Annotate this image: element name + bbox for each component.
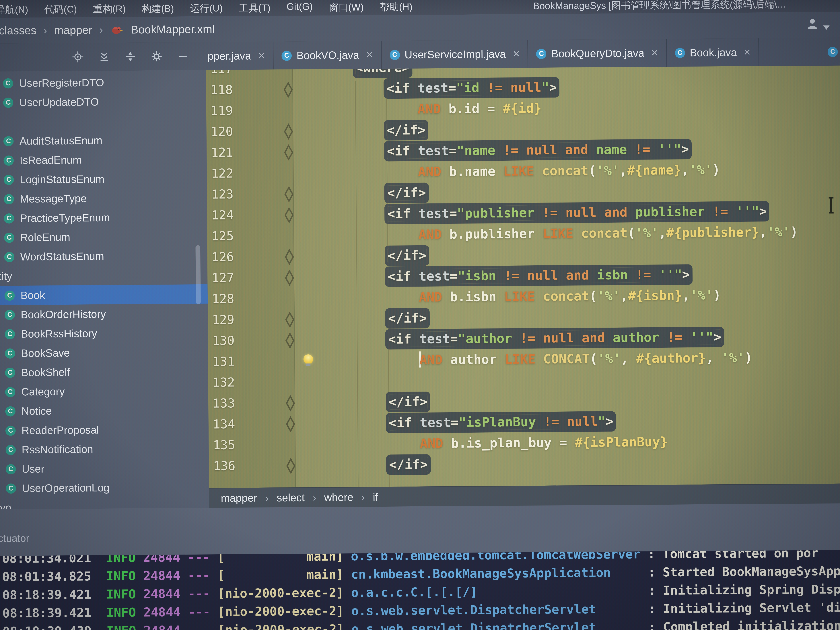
tree-item[interactable]: CBookSave xyxy=(0,342,208,363)
tab[interactable]: CBookVO.java× xyxy=(273,41,382,69)
tree-item[interactable]: CUserUpdateDTO xyxy=(0,91,206,112)
tree-item[interactable]: CBook xyxy=(0,284,208,305)
menu-item[interactable]: 重构(R) xyxy=(93,2,126,16)
locate-icon[interactable] xyxy=(72,51,84,63)
class-icon: C xyxy=(4,213,14,223)
breadcrumb-item[interactable]: classes xyxy=(0,24,36,37)
close-icon[interactable]: × xyxy=(651,46,658,60)
tree-item[interactable]: CCategory xyxy=(0,381,208,402)
menu-item[interactable]: 帮助(H) xyxy=(380,0,412,14)
line-number: 129 xyxy=(208,309,284,330)
class-icon: C xyxy=(5,348,15,358)
fold-marker-icon[interactable] xyxy=(283,253,295,260)
tree-item[interactable]: CRoleEnum xyxy=(0,226,207,247)
breadcrumb-item[interactable]: if xyxy=(373,491,378,504)
tree-item[interactable]: CUserRegisterDTO xyxy=(0,72,206,93)
fold-marker-icon[interactable] xyxy=(283,191,294,197)
fold-marker-icon[interactable] xyxy=(283,212,294,218)
fold-marker-icon[interactable] xyxy=(282,86,294,93)
tab[interactable]: pper.java× xyxy=(206,41,274,70)
fold-marker-icon[interactable] xyxy=(283,128,294,134)
divider-icon[interactable] xyxy=(125,51,136,63)
code-token: AND xyxy=(420,436,451,451)
intention-bulb-icon[interactable] xyxy=(303,354,313,364)
class-icon: C xyxy=(5,367,15,377)
tree-item-label: Book xyxy=(21,289,45,302)
tree-item[interactable]: tity xyxy=(0,265,208,286)
tab[interactable]: CBookQueryDto.java× xyxy=(528,39,666,68)
fold-marker-icon[interactable] xyxy=(284,400,296,406)
breadcrumb-item[interactable]: mapper xyxy=(221,492,257,505)
editor[interactable]: 117 <where>118 <if test="id != null">119… xyxy=(206,65,840,488)
code-chunk: <if test="isbn != null and isbn != ''"> xyxy=(388,267,690,284)
panel-toolbar xyxy=(72,42,189,71)
tab[interactable]: C xyxy=(822,38,840,66)
code-token: test xyxy=(419,332,450,347)
code-token: b.isbn xyxy=(450,289,504,305)
collapse-all-icon[interactable] xyxy=(98,51,110,63)
tree-item[interactable]: vo xyxy=(0,497,209,509)
tree-item[interactable]: CPracticeTypeEnum xyxy=(0,207,207,228)
hide-icon[interactable] xyxy=(177,50,189,62)
code-token: ( xyxy=(589,289,597,304)
log-token xyxy=(210,568,218,583)
tree-item[interactable]: CBookRssHistory xyxy=(0,323,208,344)
tree-item[interactable]: CIsReadEnum xyxy=(0,149,207,170)
tree-item[interactable]: CRssNotification xyxy=(0,439,209,459)
menu-item[interactable]: 导航(N) xyxy=(0,3,28,16)
tab[interactable]: CUserServiceImpl.java× xyxy=(381,40,528,69)
tree-item[interactable]: CUserOperationLog xyxy=(0,477,209,498)
close-icon[interactable]: × xyxy=(513,47,520,61)
breadcrumb-item[interactable]: where xyxy=(324,491,354,504)
log-token xyxy=(180,605,188,619)
code-token: , xyxy=(619,163,627,178)
tab-label: Book.java xyxy=(690,46,737,59)
menu-item[interactable]: 运行(U) xyxy=(190,2,223,15)
close-icon[interactable]: × xyxy=(744,45,751,59)
code-token: isbn xyxy=(589,267,636,283)
code-token: > xyxy=(606,414,613,429)
fold-marker-icon[interactable] xyxy=(284,274,295,281)
tree-item[interactable]: CWordStatusEnum xyxy=(0,246,207,267)
panel-scrollbar[interactable] xyxy=(196,245,201,304)
tree-item[interactable]: CBookShelf xyxy=(0,362,208,382)
tree-item[interactable] xyxy=(0,111,207,131)
chevron-separator: › xyxy=(313,492,316,504)
menu-item[interactable]: Git(G) xyxy=(287,1,313,14)
tree-item-label: BookRssHistory xyxy=(21,327,97,340)
user-menu[interactable] xyxy=(805,17,830,33)
code-token: != null and xyxy=(503,142,588,158)
code-text: <if test="id != null"> xyxy=(294,77,557,100)
menu-item[interactable]: 构建(B) xyxy=(142,2,174,15)
menu-items: 导航(N)代码(C)重构(R)构建(B)运行(U)工具(T)Git(G)窗口(W… xyxy=(0,0,412,16)
breadcrumb-item[interactable]: BookMapper.xml xyxy=(131,23,215,36)
breadcrumb-item[interactable]: select xyxy=(276,492,305,504)
menu-item[interactable]: 工具(T) xyxy=(239,2,270,14)
class-icon: C xyxy=(3,97,13,107)
close-icon[interactable]: × xyxy=(366,48,373,62)
fold-marker-icon[interactable] xyxy=(284,316,295,323)
tree-item[interactable]: CBookOrderHistory xyxy=(0,304,208,324)
tree-item[interactable]: CNotice xyxy=(0,400,208,421)
tree-item[interactable]: CMessageType xyxy=(0,188,207,209)
run-tab-actuator[interactable]: ctuator xyxy=(0,533,29,545)
menu-item[interactable]: 窗口(W) xyxy=(329,1,364,14)
tab[interactable]: CBook.java× xyxy=(666,38,759,67)
fold-marker-icon[interactable] xyxy=(284,421,296,427)
tree-item[interactable]: CReaderProposal xyxy=(0,420,208,440)
fold-marker-icon[interactable] xyxy=(284,337,295,344)
fold-marker-icon[interactable] xyxy=(283,149,294,155)
tree-item[interactable]: CUser xyxy=(0,458,209,479)
fold-marker-icon[interactable] xyxy=(285,463,296,469)
code-token: LIKE xyxy=(504,289,543,304)
settings-gear-icon[interactable] xyxy=(151,51,163,62)
code-chunk: AND b.id = #{id} xyxy=(418,101,542,117)
menu-item[interactable]: 代码(C) xyxy=(44,3,77,16)
code-line[interactable]: 136 </if> xyxy=(209,452,840,477)
tree-item[interactable]: CAuditStatusEnum xyxy=(0,130,207,151)
tree-item[interactable]: CLoginStatusEnum xyxy=(0,169,207,189)
breadcrumb-item[interactable]: mapper xyxy=(54,24,92,36)
log-token xyxy=(344,586,351,600)
close-icon[interactable]: × xyxy=(258,49,265,63)
tree-item-label: IsReadEnum xyxy=(19,154,82,166)
